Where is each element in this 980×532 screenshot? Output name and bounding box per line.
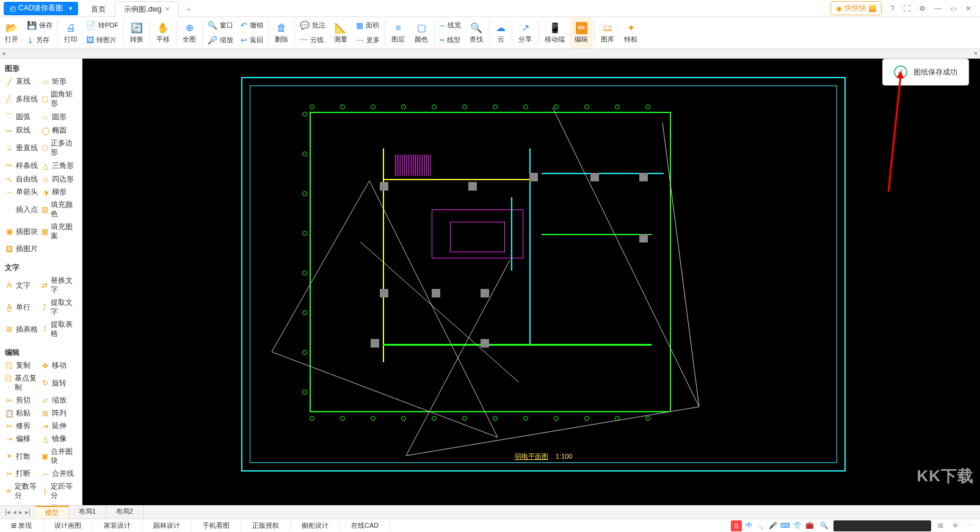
layout-tab-模型[interactable]: 模型 (35, 506, 69, 519)
side-定数等分[interactable]: ≐定数等分 (5, 480, 41, 502)
side-阵列[interactable]: ⊞阵列 (41, 407, 77, 420)
rib-图层[interactable]: ≡图层 (387, 17, 410, 48)
rib-线型[interactable]: ┅线型 (440, 33, 461, 48)
rib-toimg[interactable]: 🖼转图片 (86, 33, 118, 48)
keyboard-icon[interactable]: ⌨ (780, 520, 791, 531)
rib-面积[interactable]: ▦面积 (356, 18, 380, 33)
side-直线[interactable]: ╱直线 (5, 75, 41, 88)
side-单行[interactable]: A̲单行 (5, 296, 41, 318)
more-icon[interactable]: ⋯ (964, 520, 975, 531)
rib-线宽[interactable]: ─线宽 (440, 18, 461, 33)
toolbox-icon[interactable]: 🧰 (804, 520, 815, 531)
side-矩形[interactable]: ▭矩形 (41, 75, 77, 88)
rib-批注[interactable]: 💬批注 (300, 18, 325, 33)
side-延伸[interactable]: ⇥延伸 (41, 420, 77, 432)
side-合并线[interactable]: ─合并线 (41, 467, 77, 480)
rib-topdf[interactable]: 📄转PDF (86, 18, 118, 33)
rib-撤销[interactable]: ↶撤销 (241, 18, 263, 33)
search-icon[interactable]: 🔍 (819, 520, 830, 531)
side-填充图案[interactable]: ▦填充图案 (41, 220, 77, 242)
side-多段线[interactable]: ╱.多段线 (5, 88, 41, 110)
help-icon[interactable]: ? (890, 4, 895, 13)
side-梯形[interactable]: ⬗梯形 (41, 186, 77, 199)
side-四边形[interactable]: ◇四边形 (41, 173, 77, 186)
side-替换文字[interactable]: ⇄替换文字 (41, 274, 77, 296)
side-垂直线[interactable]: ⊥垂直线 (5, 137, 41, 159)
side-移动[interactable]: ✥移动 (41, 359, 77, 372)
side-插表格[interactable]: ⊞插表格 (5, 318, 41, 340)
side-圆弧[interactable]: ⌒圆弧 (5, 110, 41, 124)
rib-open[interactable]: 📂打开 (0, 17, 23, 48)
side-圆形[interactable]: ○圆形 (41, 110, 77, 124)
rib-转换[interactable]: 🔄转换 (125, 17, 148, 48)
rib-测量[interactable]: 📐测量 (329, 17, 352, 48)
close-panel-icon[interactable]: × (974, 50, 978, 57)
panel-collapse-strip[interactable]: «× (0, 49, 980, 59)
mic-icon[interactable]: 🎤 (768, 520, 779, 531)
side-剪切[interactable]: ✂剪切 (5, 394, 41, 407)
rib-图库[interactable]: 🗂图库 (596, 17, 619, 48)
rib-全图[interactable]: ⊕全图 (178, 17, 201, 48)
close-icon[interactable]: × (165, 5, 170, 13)
grid-icon[interactable]: ⊞ (935, 520, 946, 531)
prev-icon[interactable]: ◂ (13, 508, 16, 516)
new-tab-button[interactable]: ＋ (179, 2, 198, 17)
maximize-icon[interactable]: ▭ (950, 4, 957, 13)
side-插图片[interactable]: 🖼插图片 (5, 242, 41, 255)
rib-查找[interactable]: 🔍查找 (465, 17, 488, 48)
drawing-canvas[interactable]: 弱电平面图 1:100 KK下载 (82, 59, 980, 505)
settings-icon[interactable]: ⚙ (919, 4, 926, 13)
side-镜像[interactable]: △镜像 (41, 432, 77, 445)
last-icon[interactable]: ▸| (25, 508, 31, 516)
ime-lang[interactable]: 中 (743, 520, 754, 531)
side-文字[interactable]: A文字 (5, 274, 41, 296)
layout-tab-布局2[interactable]: 布局2 (106, 506, 143, 519)
close-icon[interactable]: ✕ (965, 4, 971, 13)
side-提取文字[interactable]: ⤴提取文字 (41, 296, 77, 318)
rib-移动端[interactable]: 📱移动端 (540, 17, 570, 48)
rib-save[interactable]: 💾保存 (27, 18, 53, 33)
side-三角形[interactable]: △三角形 (41, 159, 77, 173)
side-旋转[interactable]: ↻旋转 (41, 372, 77, 394)
rib-颜色[interactable]: ▢颜色 (410, 17, 433, 48)
rib-特权[interactable]: ✦特权 (619, 17, 642, 48)
rib-返回[interactable]: ↩返回 (241, 33, 263, 48)
side-粘贴[interactable]: 📋粘贴 (5, 407, 41, 420)
tab-home[interactable]: 首页 (82, 1, 115, 17)
footer-正版授权[interactable]: 正版授权 (241, 520, 291, 531)
side-打散[interactable]: ✶打散 (5, 445, 41, 467)
rib-更多[interactable]: ⋯更多 (356, 33, 380, 48)
rib-分享[interactable]: ↗分享 (514, 17, 537, 48)
fullscreen-icon[interactable]: ⛶ (903, 4, 910, 13)
punct-icon[interactable]: ·, (755, 520, 766, 531)
minimize-icon[interactable]: — (934, 4, 942, 13)
rib-平移[interactable]: ✋平移 (151, 17, 175, 48)
rib-缩放[interactable]: 🔎缩放 (208, 33, 233, 48)
rib-云线[interactable]: 〰云线 (300, 33, 325, 48)
side-复制[interactable]: ⿻复制 (5, 359, 41, 372)
footer-家装设计[interactable]: 家装设计 (93, 520, 142, 531)
side-圆角矩形[interactable]: ▢圆角矩形 (41, 88, 77, 110)
side-修剪[interactable]: ✂修剪 (5, 420, 41, 432)
rib-print[interactable]: 🖨打印 (59, 17, 82, 48)
side-定距等分[interactable]: ├定距等分 (41, 480, 77, 502)
side-填充颜色[interactable]: ▨填充颜色 (41, 199, 77, 220)
footer-设计画图[interactable]: 设计画图 (43, 520, 93, 531)
app-badge[interactable]: ◴ CAD迷你看图 ▾ (4, 2, 78, 15)
side-样条线[interactable]: 〜样条线 (5, 159, 41, 173)
side-基点复制[interactable]: ⿻·基点复制 (5, 372, 41, 394)
ime-badge[interactable]: S (731, 520, 742, 531)
side-打断[interactable]: ✂打断 (5, 467, 41, 480)
side-正多边形[interactable]: ⬠正多边形 (41, 137, 77, 159)
side-插图块[interactable]: ▣插图块 (5, 220, 41, 242)
footer-园林设计[interactable]: 园林设计 (142, 520, 192, 531)
side-提取表格[interactable]: ⤴提取表格 (41, 318, 77, 340)
side-双线[interactable]: ═双线 (5, 124, 41, 137)
search-input[interactable] (833, 520, 931, 531)
rib-云[interactable]: ☁云 (491, 17, 510, 48)
side-缩放[interactable]: ⤢缩放 (41, 394, 77, 407)
rib-窗口[interactable]: 🔍窗口 (208, 18, 233, 33)
tab-file[interactable]: 示例图.dwg × (115, 1, 178, 17)
side-单箭头[interactable]: →单箭头 (5, 186, 41, 199)
footer-手机看图[interactable]: 手机看图 (192, 520, 241, 531)
